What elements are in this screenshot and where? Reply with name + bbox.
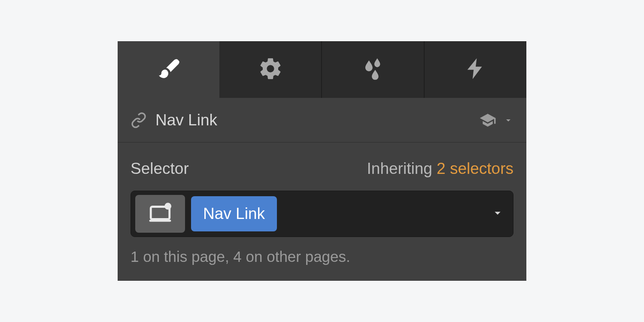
tab-interactions[interactable] bbox=[425, 41, 526, 98]
gear-icon bbox=[258, 56, 283, 83]
breakpoint-button[interactable] bbox=[135, 195, 185, 233]
bolt-icon bbox=[463, 56, 488, 83]
inheriting-label: Inheriting bbox=[367, 160, 432, 177]
help-dropdown-caret-icon[interactable] bbox=[503, 115, 513, 125]
svg-point-2 bbox=[164, 203, 171, 210]
element-name: Nav Link bbox=[155, 111, 217, 129]
svg-rect-1 bbox=[149, 220, 171, 222]
inheriting-count-link[interactable]: 2 selectors bbox=[437, 160, 513, 177]
panel-tabs bbox=[118, 41, 526, 98]
tab-effects[interactable] bbox=[322, 41, 425, 98]
selector-input[interactable]: Nav Link bbox=[131, 191, 513, 237]
selector-header: Selector Inheriting 2 selectors bbox=[131, 160, 513, 178]
class-chip[interactable]: Nav Link bbox=[191, 196, 277, 231]
instance-count: 1 on this page, 4 on other pages. bbox=[131, 248, 513, 265]
inheriting-info: Inheriting 2 selectors bbox=[367, 160, 513, 178]
link-icon bbox=[131, 112, 147, 128]
droplets-icon bbox=[361, 56, 386, 83]
selector-label: Selector bbox=[131, 160, 189, 178]
brush-icon bbox=[156, 56, 181, 83]
states-dropdown[interactable] bbox=[491, 206, 504, 222]
tab-style[interactable] bbox=[118, 41, 219, 98]
selector-section: Selector Inheriting 2 selectors Nav Link bbox=[118, 143, 526, 281]
desktop-icon bbox=[148, 200, 173, 227]
style-panel: Nav Link Selector Inheriting 2 selectors bbox=[118, 41, 526, 281]
graduation-cap-icon[interactable] bbox=[479, 112, 496, 129]
tab-settings[interactable] bbox=[219, 41, 322, 98]
element-row: Nav Link bbox=[118, 98, 526, 143]
